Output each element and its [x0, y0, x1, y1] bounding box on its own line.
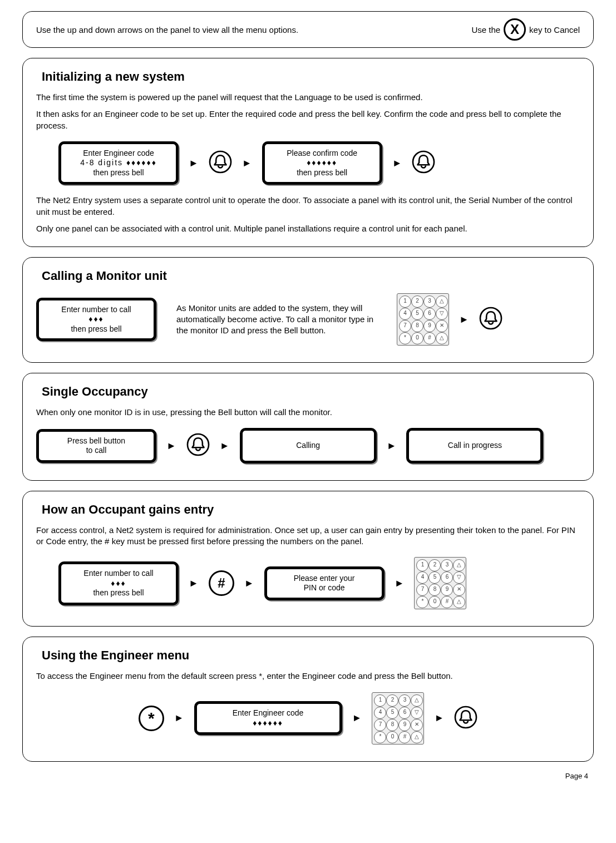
keypad-key: △ — [436, 332, 448, 344]
page-number: Page 4 — [22, 772, 594, 780]
keypad-key: * — [416, 596, 428, 608]
arrow-icon: ► — [395, 578, 405, 589]
keypad-key: 9 — [398, 719, 411, 731]
keypad-key: 3 — [423, 295, 436, 308]
paragraph: For access control, a Net2 system is req… — [36, 525, 580, 548]
hint-right: Use the X key to Cancel — [471, 18, 580, 41]
arrow-icon: ► — [189, 578, 199, 589]
keypad-key: 2 — [386, 694, 398, 707]
section-title: Calling a Monitor unit — [42, 269, 580, 283]
bell-icon — [412, 150, 435, 176]
arrow-icon: ► — [242, 157, 252, 169]
keypad-key: 4 — [416, 571, 428, 584]
bell-icon — [186, 433, 210, 459]
keypad-key: 1 — [399, 295, 411, 308]
section-title: How an Occupant gains entry — [42, 502, 580, 517]
keypad-key: 1 — [374, 694, 386, 707]
top-hint-panel: Use the up and down arrows on the panel … — [22, 11, 594, 48]
lcd-screen: Please enter your PIN or code — [264, 566, 385, 600]
star-key-icon: * — [139, 706, 164, 731]
keypad-key: 3 — [441, 559, 453, 571]
section-initializing: Initializing a new system The first time… — [22, 58, 594, 247]
section-title: Initializing a new system — [42, 70, 580, 84]
arrow-icon: ► — [189, 157, 199, 169]
keypad-key: 7 — [416, 584, 428, 596]
bell-icon — [479, 307, 502, 332]
keypad-key: 8 — [428, 584, 441, 596]
keypad-key: 7 — [374, 719, 386, 731]
section-engineer-menu: Using the Engineer menu To access the En… — [22, 637, 594, 761]
keypad-key: # — [398, 731, 411, 743]
paragraph: The first time the system is powered up … — [36, 92, 580, 103]
paragraph: The Net2 Entry system uses a separate co… — [36, 195, 580, 218]
keypad-key: △ — [411, 694, 423, 707]
flow-diagram: Enter Engineer code 4-8 digits ♦♦♦♦♦♦ th… — [58, 141, 580, 185]
keypad-key: 9 — [423, 320, 436, 332]
keypad-key: 8 — [411, 320, 423, 332]
x-key-icon: X — [504, 18, 526, 41]
arrow-icon: ► — [387, 440, 397, 452]
hint-left: Use the up and down arrows on the panel … — [36, 25, 298, 34]
bell-icon — [209, 150, 232, 176]
keypad-key: ✕ — [436, 320, 448, 332]
keypad-key: # — [423, 332, 436, 344]
lcd-screen: Enter number to call ♦♦♦ then press bell — [58, 561, 179, 605]
keypad-key: ▽ — [411, 707, 423, 719]
keypad-key: ▽ — [436, 308, 448, 320]
arrow-icon: ► — [174, 712, 184, 724]
lcd-screen: Calling — [240, 428, 377, 464]
keypad-key: 2 — [428, 559, 441, 571]
keypad-key: 3 — [398, 694, 411, 707]
keypad-key: 0 — [411, 332, 423, 344]
keypad-key: # — [441, 596, 453, 608]
keypad-key: ✕ — [453, 584, 465, 596]
keypad-icon: 123△456▽789✕*0#△ — [397, 293, 449, 346]
flow-diagram: Enter number to call ♦♦♦ then press bell… — [36, 293, 580, 346]
hash-key-icon: # — [209, 570, 234, 596]
lcd-screen: Enter number to call ♦♦♦ then press bell — [36, 298, 156, 342]
keypad-icon: 123△456▽789✕*0#△ — [372, 692, 424, 745]
keypad-key: 5 — [428, 571, 441, 584]
paragraph: It then asks for an Engineer code to be … — [36, 109, 580, 131]
keypad-key: 2 — [411, 295, 423, 308]
keypad-key: 4 — [374, 707, 386, 719]
keypad-key: * — [399, 332, 411, 344]
flow-diagram: Enter number to call ♦♦♦ then press bell… — [58, 557, 580, 609]
section-occupant-entry: How an Occupant gains entry For access c… — [22, 491, 594, 627]
flow-diagram: * ► Enter Engineer code ♦♦♦♦♦♦ ► 123△456… — [36, 692, 580, 745]
arrow-icon: ► — [459, 314, 469, 326]
arrow-icon: ► — [352, 712, 362, 724]
keypad-key: ✕ — [411, 719, 423, 731]
keypad-key: 7 — [399, 320, 411, 332]
keypad-key: ▽ — [453, 571, 465, 584]
keypad-key: △ — [453, 559, 465, 571]
keypad-key: 9 — [441, 584, 453, 596]
bell-icon — [454, 706, 477, 731]
paragraph: When only one monitor ID is in use, pres… — [36, 407, 580, 418]
flow-diagram: Press bell button to call ► ► Calling ► … — [36, 428, 580, 464]
arrow-icon: ► — [166, 440, 176, 452]
keypad-icon: 123△456▽789✕*0#△ — [414, 557, 466, 609]
keypad-key: * — [374, 731, 386, 743]
arrow-icon: ► — [434, 712, 444, 724]
lcd-screen: Please confirm code ♦♦♦♦♦♦ then press be… — [262, 141, 382, 185]
keypad-key: 0 — [428, 596, 441, 608]
keypad-key: 4 — [399, 308, 411, 320]
keypad-key: 5 — [386, 707, 398, 719]
section-calling-monitor: Calling a Monitor unit Enter number to c… — [22, 257, 594, 363]
arrow-icon: ► — [392, 157, 402, 169]
lcd-screen: Enter Engineer code 4-8 digits ♦♦♦♦♦♦ th… — [58, 141, 179, 185]
keypad-key: 0 — [386, 731, 398, 743]
keypad-key: 8 — [386, 719, 398, 731]
keypad-key: 6 — [423, 308, 436, 320]
keypad-key: 6 — [398, 707, 411, 719]
lcd-screen: Enter Engineer code ♦♦♦♦♦♦ — [194, 701, 342, 735]
paragraph: As Monitor units are added to the system… — [176, 303, 377, 337]
section-single-occupancy: Single Occupancy When only one monitor I… — [22, 373, 594, 481]
lcd-screen: Press bell button to call — [36, 429, 156, 463]
keypad-key: 6 — [441, 571, 453, 584]
section-title: Using the Engineer menu — [42, 648, 580, 663]
keypad-key: 5 — [411, 308, 423, 320]
section-title: Single Occupancy — [42, 384, 580, 399]
lcd-screen: Call in progress — [406, 428, 543, 464]
